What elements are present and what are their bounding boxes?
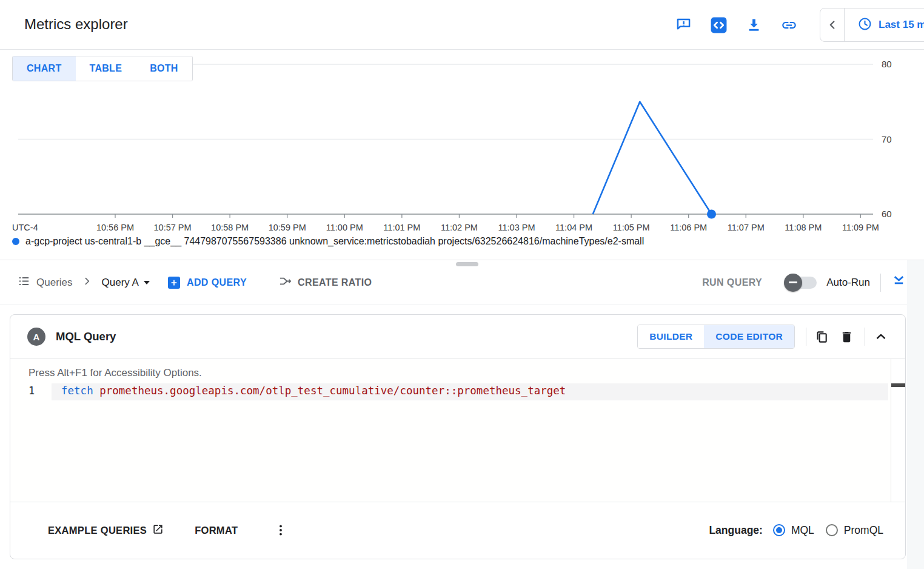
svg-text:11:07 PM: 11:07 PM xyxy=(728,223,765,232)
chevron-left-icon[interactable] xyxy=(820,8,844,41)
svg-text:11:02 PM: 11:02 PM xyxy=(441,223,478,232)
code-line[interactable]: 1 fetch prometheus.googleapis.com/otlp_t… xyxy=(10,383,905,400)
line-number: 1 xyxy=(28,385,35,397)
radio-mql[interactable] xyxy=(773,524,785,536)
clock-icon xyxy=(857,16,872,34)
more-options-icon[interactable] xyxy=(274,524,287,537)
radio-mql-label: MQL xyxy=(791,524,814,537)
header: Metrics explorer La xyxy=(0,0,924,50)
queries-breadcrumb-root[interactable]: Queries xyxy=(36,277,73,289)
svg-text:70: 70 xyxy=(882,134,892,144)
svg-text:11:05 PM: 11:05 PM xyxy=(613,223,650,232)
svg-text:80: 80 xyxy=(882,59,892,69)
toggle-knob xyxy=(784,274,802,292)
add-icon xyxy=(168,277,180,289)
page-title: Metrics explorer xyxy=(24,16,128,33)
accessibility-hint: Press Alt+F1 for Accessibility Options. xyxy=(10,359,905,379)
svg-text:10:56 PM: 10:56 PM xyxy=(96,223,134,232)
create-ratio-button[interactable]: CREATE RATIO xyxy=(298,277,372,288)
svg-text:10:58 PM: 10:58 PM xyxy=(211,223,249,232)
delete-icon[interactable] xyxy=(840,330,854,344)
code-literal: prometheus.googleapis.com/otlp_test_cumu… xyxy=(93,385,566,397)
query-card-title: MQL Query xyxy=(56,330,116,343)
tab-both[interactable]: BOTH xyxy=(136,56,192,81)
svg-text:11:09 PM: 11:09 PM xyxy=(842,223,879,232)
divider xyxy=(880,274,881,292)
tab-chart[interactable]: CHART xyxy=(13,56,76,81)
query-card-header: A MQL Query BUILDER CODE EDITOR xyxy=(10,315,905,359)
link-icon[interactable] xyxy=(781,17,797,33)
code-toggle-icon[interactable] xyxy=(711,17,727,33)
feedback-icon[interactable] xyxy=(675,17,692,33)
radio-promql[interactable] xyxy=(826,524,838,536)
svg-text:11:01 PM: 11:01 PM xyxy=(383,223,420,232)
query-card-footer: EXAMPLE QUERIES FORMAT Language: MQL Pro… xyxy=(10,502,905,558)
chevron-down-icon[interactable] xyxy=(144,281,150,284)
header-actions xyxy=(675,17,797,33)
query-badge: A xyxy=(27,328,45,346)
run-query-button[interactable]: RUN QUERY xyxy=(702,277,762,288)
tab-table[interactable]: TABLE xyxy=(76,56,136,81)
auto-run-toggle[interactable] xyxy=(786,277,817,289)
query-card-actions: BUILDER CODE EDITOR xyxy=(637,325,888,349)
tab-builder[interactable]: BUILDER xyxy=(638,325,704,348)
page-background-strip xyxy=(907,260,924,569)
legend-series-label: a-gcp-project us-central1-b __gce__ 7447… xyxy=(25,236,644,247)
time-range-label: Last 15 min xyxy=(879,19,924,31)
svg-text:11:06 PM: 11:06 PM xyxy=(670,223,707,232)
svg-text:11:04 PM: 11:04 PM xyxy=(555,223,592,232)
chevron-right-icon xyxy=(82,276,92,289)
resize-handle[interactable] xyxy=(456,262,478,266)
queries-toolbar-left: Queries Query A ADD QUERY CREATE RATIO xyxy=(17,260,372,305)
svg-text:11:08 PM: 11:08 PM xyxy=(785,223,822,232)
example-queries-button[interactable]: EXAMPLE QUERIES xyxy=(48,524,164,537)
open-in-new-icon xyxy=(152,524,164,537)
current-query-selector[interactable]: Query A xyxy=(102,277,139,289)
time-range-selector: Last 15 min xyxy=(820,8,924,42)
editor-scrollbar[interactable] xyxy=(891,359,905,502)
svg-text:11:00 PM: 11:00 PM xyxy=(326,223,363,232)
view-mode-tabs: CHART TABLE BOTH xyxy=(12,56,193,81)
code-editor[interactable]: Press Alt+F1 for Accessibility Options. … xyxy=(10,359,905,502)
add-query-button[interactable]: ADD QUERY xyxy=(187,277,247,288)
metrics-explorer-panel: 60708010:56 PM10:57 PM10:58 PM10:59 PM11… xyxy=(0,0,924,569)
time-range-button[interactable]: Last 15 min xyxy=(845,16,924,34)
svg-text:UTC-4: UTC-4 xyxy=(12,223,38,232)
code-keyword: fetch xyxy=(61,385,93,397)
create-ratio-icon xyxy=(278,274,292,291)
format-label: FORMAT xyxy=(195,525,238,536)
example-queries-label: EXAMPLE QUERIES xyxy=(48,525,147,536)
query-card: A MQL Query BUILDER CODE EDITOR xyxy=(10,314,906,559)
svg-text:10:57 PM: 10:57 PM xyxy=(154,223,192,232)
queries-list-icon xyxy=(17,274,31,291)
divider xyxy=(865,328,865,346)
language-label: Language: xyxy=(709,524,762,537)
chart-legend-item[interactable]: a-gcp-project us-central1-b __gce__ 7447… xyxy=(12,236,644,247)
svg-text:10:59 PM: 10:59 PM xyxy=(269,223,306,232)
queries-toolbar: Queries Query A ADD QUERY CREATE RATIO R… xyxy=(0,260,924,305)
svg-text:11:03 PM: 11:03 PM xyxy=(498,223,535,232)
auto-run-label: Auto-Run xyxy=(826,277,870,289)
svg-text:60: 60 xyxy=(882,209,892,219)
collapse-card-icon[interactable] xyxy=(874,329,888,344)
code-text: fetch prometheus.googleapis.com/otlp_tes… xyxy=(61,385,566,397)
download-icon[interactable] xyxy=(746,17,762,33)
legend-series-dot xyxy=(12,238,19,245)
radio-promql-label: PromQL xyxy=(844,524,883,537)
tab-code-editor[interactable]: CODE EDITOR xyxy=(704,325,794,348)
queries-toolbar-right: RUN QUERY Auto-Run xyxy=(702,260,907,305)
language-selector: Language: MQL PromQL xyxy=(709,524,883,537)
scrollbar-thumb[interactable] xyxy=(891,383,905,387)
collapse-all-icon[interactable] xyxy=(891,273,907,292)
format-button[interactable]: FORMAT xyxy=(195,525,238,536)
copy-icon[interactable] xyxy=(815,330,829,344)
divider xyxy=(806,328,806,346)
editor-mode-tabs: BUILDER CODE EDITOR xyxy=(637,325,795,349)
